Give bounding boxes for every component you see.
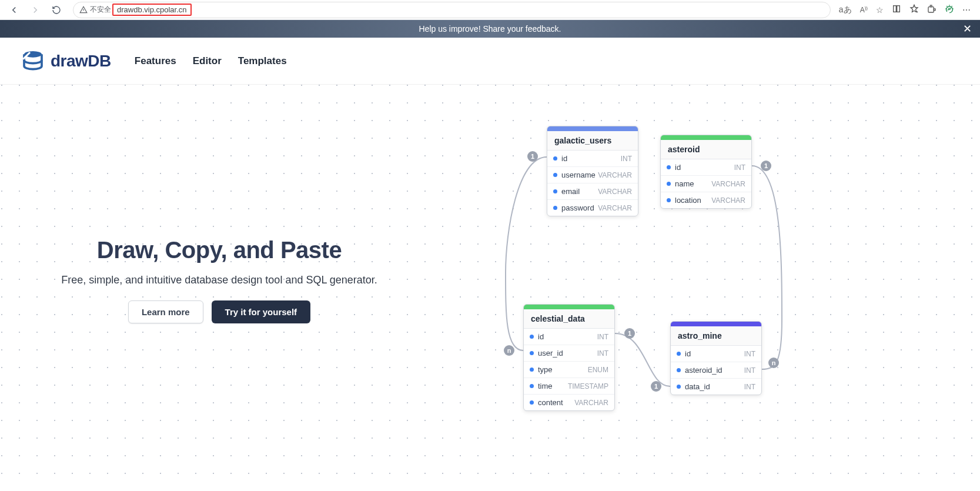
cardinality-badge: 1 <box>761 161 771 171</box>
field-dot-icon <box>677 352 681 356</box>
table-row[interactable]: nameVARCHAR <box>661 176 751 192</box>
field-name: id <box>553 154 567 163</box>
field-label: type <box>538 365 553 374</box>
table-row[interactable]: timeTIMESTAMP <box>524 378 614 395</box>
field-name: content <box>530 398 563 407</box>
table-row[interactable]: idINT <box>661 159 751 176</box>
hero-subtitle: Free, simple, and intuitive database des… <box>46 274 393 286</box>
translate-icon[interactable]: aあ <box>839 5 852 15</box>
cardinality-badge: n <box>768 358 779 368</box>
database-icon <box>21 49 45 73</box>
field-type: TIMESTAMP <box>568 382 608 390</box>
table-title: galactic_users <box>547 131 638 151</box>
table-title: astro_mine <box>671 326 761 346</box>
more-icon[interactable]: ⋯ <box>962 5 971 15</box>
field-label: email <box>561 187 580 196</box>
feedback-banner[interactable]: Help us improve! Share your feedback. ✕ <box>0 20 980 38</box>
svg-rect-4 <box>934 9 935 11</box>
field-name: data_id <box>677 382 710 391</box>
favorites-icon[interactable] <box>909 4 919 15</box>
field-type: INT <box>597 349 608 358</box>
field-dot-icon <box>677 385 681 389</box>
field-name: username <box>553 171 596 179</box>
performance-icon[interactable] <box>945 4 954 15</box>
site-header: drawDB Features Editor Templates <box>0 38 980 85</box>
table-galactic_users[interactable]: galactic_usersidINTusernameVARCHARemailV… <box>547 126 638 216</box>
favorite-outline-icon[interactable]: ☆ <box>876 5 884 15</box>
learn-more-button[interactable]: Learn more <box>128 300 203 323</box>
field-label: password <box>561 203 594 212</box>
field-dot-icon <box>667 182 671 186</box>
field-dot-icon <box>530 335 534 339</box>
nav-templates[interactable]: Templates <box>238 55 287 67</box>
svg-rect-0 <box>894 6 897 12</box>
close-icon[interactable]: ✕ <box>963 22 972 35</box>
field-label: id <box>561 154 567 163</box>
table-row[interactable]: asteroid_idINT <box>671 362 761 379</box>
field-dot-icon <box>530 368 534 372</box>
table-color-bar <box>661 135 751 140</box>
hero: Draw, Copy, and Paste Free, simple, and … <box>46 236 393 323</box>
table-row[interactable]: user_idINT <box>524 345 614 362</box>
field-label: location <box>675 196 701 205</box>
table-title: asteroid <box>661 140 751 159</box>
field-type: VARCHAR <box>598 204 632 212</box>
field-name: location <box>667 196 701 205</box>
field-dot-icon <box>530 351 534 355</box>
table-row[interactable]: idINT <box>671 346 761 362</box>
table-celestial_data[interactable]: celestial_dataidINTuser_idINTtypeENUMtim… <box>523 304 615 411</box>
table-row[interactable]: usernameVARCHAR <box>547 167 638 183</box>
table-row[interactable]: emailVARCHAR <box>547 183 638 200</box>
toolbar-actions: aあ A)) ☆ ⋯ <box>839 4 974 15</box>
banner-text: Help us improve! Share your feedback. <box>419 24 561 34</box>
field-type: VARCHAR <box>598 188 632 196</box>
cardinality-badge: n <box>504 345 514 356</box>
read-aloud-icon[interactable]: A)) <box>860 5 868 14</box>
field-dot-icon <box>677 368 681 372</box>
field-label: id <box>685 349 691 358</box>
field-name: user_id <box>530 349 563 358</box>
field-dot-icon <box>667 198 671 202</box>
cardinality-badge: 1 <box>624 328 635 339</box>
collections-icon[interactable] <box>892 4 901 15</box>
field-type: INT <box>744 383 755 391</box>
field-dot-icon <box>553 156 557 161</box>
table-row[interactable]: data_idINT <box>671 379 761 395</box>
extensions-icon[interactable] <box>927 4 936 15</box>
table-color-bar <box>524 305 614 309</box>
field-name: email <box>553 187 580 196</box>
forward-button[interactable] <box>27 2 44 18</box>
field-name: time <box>530 382 553 390</box>
browser-toolbar: 不安全 drawdb.vip.cpolar.cn aあ A)) ☆ ⋯ <box>0 0 980 20</box>
field-label: data_id <box>685 382 710 391</box>
svg-rect-1 <box>897 6 900 12</box>
table-row[interactable]: typeENUM <box>524 362 614 378</box>
table-asteroid[interactable]: asteroididINTnameVARCHARlocationVARCHAR <box>660 135 752 209</box>
table-row[interactable]: locationVARCHAR <box>661 192 751 208</box>
nav-features[interactable]: Features <box>135 55 176 67</box>
field-label: username <box>561 171 596 179</box>
field-label: name <box>675 179 694 188</box>
table-row[interactable]: idINT <box>547 151 638 167</box>
cta-row: Learn more Try it for yourself <box>46 300 393 323</box>
url-text: drawdb.vip.cpolar.cn <box>112 4 192 16</box>
back-button[interactable] <box>6 2 22 18</box>
canvas[interactable]: Draw, Copy, and Paste Free, simple, and … <box>0 85 980 490</box>
reload-button[interactable] <box>48 2 65 18</box>
cardinality-badge: 1 <box>651 381 661 392</box>
address-bar[interactable]: 不安全 drawdb.vip.cpolar.cn <box>73 2 831 18</box>
field-type: VARCHAR <box>711 196 745 205</box>
field-dot-icon <box>553 189 557 193</box>
field-type: INT <box>621 155 632 163</box>
logo[interactable]: drawDB <box>21 49 111 73</box>
field-type: VARCHAR <box>598 171 632 179</box>
nav-editor[interactable]: Editor <box>193 55 222 67</box>
field-type: INT <box>744 366 755 375</box>
table-row[interactable]: contentVARCHAR <box>524 395 614 410</box>
table-row[interactable]: passwordVARCHAR <box>547 200 638 216</box>
table-color-bar <box>547 126 638 131</box>
table-row[interactable]: idINT <box>524 329 614 345</box>
table-title: celestial_data <box>524 309 614 329</box>
table-astro_mine[interactable]: astro_mineidINTasteroid_idINTdata_idINT <box>670 321 762 395</box>
try-it-button[interactable]: Try it for yourself <box>212 300 311 323</box>
